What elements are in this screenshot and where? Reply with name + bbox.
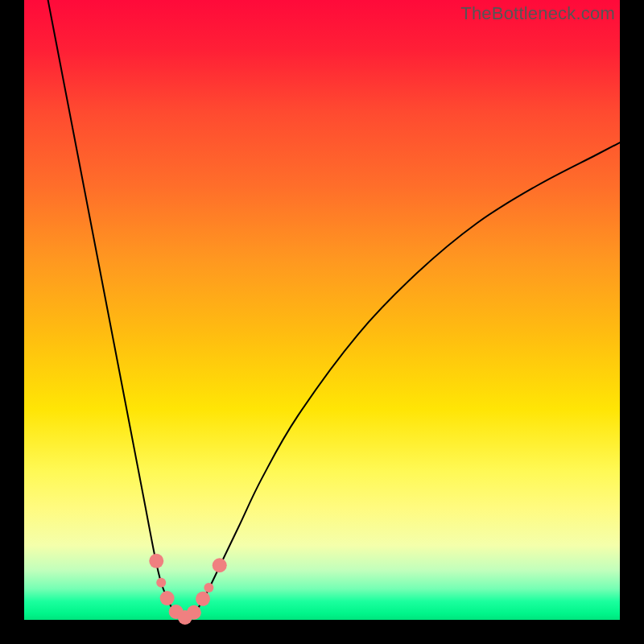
curve-right-branch — [185, 142, 620, 618]
marker-dot — [156, 578, 166, 588]
marker-dot — [160, 591, 175, 605]
marker-dot — [149, 554, 163, 568]
marker-points — [149, 554, 226, 625]
curve-left-branch — [48, 0, 185, 618]
marker-dot — [187, 605, 201, 620]
curve-plot — [24, 0, 620, 620]
marker-dot — [204, 583, 213, 592]
marker-dot — [196, 592, 210, 606]
marker-dot — [213, 558, 227, 572]
